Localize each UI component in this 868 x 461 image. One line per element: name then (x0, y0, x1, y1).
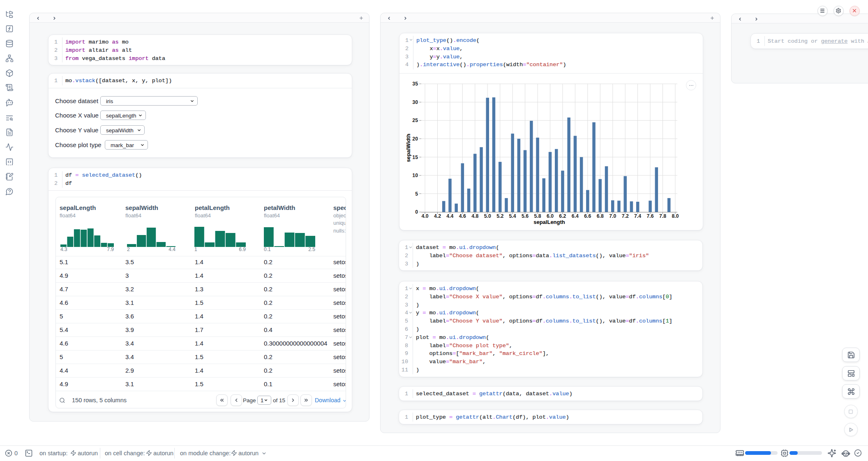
svg-text:5.4: 5.4 (509, 213, 516, 219)
svg-text:5.6: 5.6 (522, 213, 529, 219)
svg-text:7.0: 7.0 (609, 213, 616, 219)
svg-text:8.0: 8.0 (672, 213, 679, 219)
svg-text:4.8: 4.8 (471, 213, 478, 219)
svg-text:25: 25 (412, 118, 418, 123)
svg-text:4.0: 4.0 (421, 213, 428, 219)
svg-text:4.4: 4.4 (446, 213, 453, 219)
svg-text:6.8: 6.8 (597, 213, 604, 219)
svg-text:5: 5 (415, 191, 418, 197)
svg-text:sepalWidth: sepalWidth (405, 134, 411, 162)
svg-text:35: 35 (412, 81, 418, 87)
svg-text:4.2: 4.2 (434, 213, 441, 219)
svg-text:30: 30 (412, 99, 418, 105)
svg-text:6.2: 6.2 (559, 213, 566, 219)
svg-text:20: 20 (412, 136, 418, 142)
svg-text:sepalLength: sepalLength (533, 219, 565, 225)
svg-text:6.6: 6.6 (584, 213, 591, 219)
svg-text:7.6: 7.6 (647, 213, 654, 219)
svg-text:7.2: 7.2 (622, 213, 629, 219)
svg-text:10: 10 (412, 173, 418, 178)
svg-text:15: 15 (412, 154, 418, 160)
svg-text:4.6: 4.6 (459, 213, 466, 219)
svg-text:6.0: 6.0 (547, 213, 554, 219)
svg-text:5.0: 5.0 (484, 213, 491, 219)
svg-text:5.8: 5.8 (534, 213, 541, 219)
svg-text:0: 0 (415, 209, 418, 215)
svg-text:6.4: 6.4 (572, 213, 579, 219)
svg-text:5.2: 5.2 (496, 213, 503, 219)
svg-text:7.8: 7.8 (659, 213, 666, 219)
svg-text:7.4: 7.4 (634, 213, 641, 219)
